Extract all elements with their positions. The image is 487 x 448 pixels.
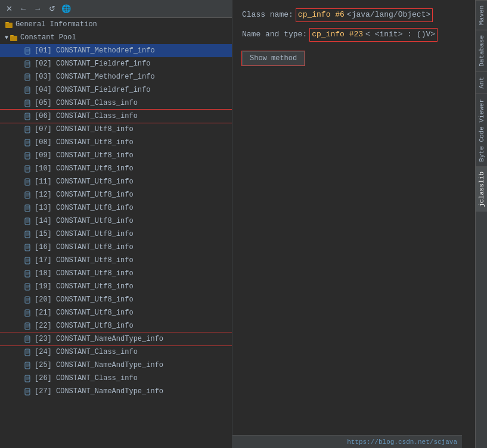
side-tab-byte-code-viewer[interactable]: Byte Code Viewer xyxy=(476,94,487,167)
file-icon xyxy=(24,269,32,278)
tree-item-label: [23] CONSTANT_NameAndType_info xyxy=(35,335,163,343)
file-icon xyxy=(24,243,32,251)
svg-rect-92 xyxy=(25,336,30,343)
forward-button[interactable]: → xyxy=(32,4,43,14)
tree-item-label: [06] CONSTANT_Class_info xyxy=(35,112,138,120)
tree-item-label: [19] CONSTANT_Utf8_info xyxy=(35,282,134,291)
tree-item[interactable]: [08] CONSTANT_Utf8_info xyxy=(0,136,232,149)
tree-item[interactable]: [12] CONSTANT_Utf8_info xyxy=(0,188,232,201)
tree-item[interactable]: [09] CONSTANT_Utf8_info xyxy=(0,149,232,162)
tree-item-label: [01] CONSTANT_Methodref_info xyxy=(35,46,155,55)
tree-item-label: [08] CONSTANT_Utf8_info xyxy=(35,138,134,147)
svg-rect-32 xyxy=(25,139,30,146)
tree-item-label: [11] CONSTANT_Utf8_info xyxy=(35,178,134,186)
tree-item[interactable]: [21] CONSTANT_Utf8_info xyxy=(0,306,232,319)
tree-item[interactable]: [20] CONSTANT_Utf8_info xyxy=(0,293,232,306)
tree-container[interactable]: General Information ▼ Constant Pool [01]… xyxy=(0,18,232,448)
svg-rect-64 xyxy=(25,244,30,251)
svg-rect-44 xyxy=(25,179,30,185)
show-method-button[interactable]: Show method xyxy=(242,51,305,66)
tree-item[interactable]: [24] CONSTANT_Class_info xyxy=(0,346,232,359)
refresh-button[interactable]: ↺ xyxy=(46,4,57,14)
tree-item[interactable]: [15] CONSTANT_Utf8_info xyxy=(0,228,232,241)
file-icon xyxy=(24,60,32,68)
general-info-item[interactable]: General Information xyxy=(0,18,232,31)
svg-rect-72 xyxy=(25,270,30,277)
file-icon xyxy=(24,99,32,107)
tree-item[interactable]: [02] CONSTANT_Fieldref_info xyxy=(0,57,232,70)
right-panel: Class name: cp_info #6 <java/lang/Object… xyxy=(232,0,475,448)
constant-pool-label: Constant Pool xyxy=(20,33,76,42)
tree-item[interactable]: [14] CONSTANT_Utf8_info xyxy=(0,214,232,228)
svg-rect-24 xyxy=(25,113,30,120)
side-tab-jclasslib[interactable]: jclasslib xyxy=(476,166,487,211)
file-icon xyxy=(24,138,32,147)
status-url: https://blog.csdn.net/scjava xyxy=(347,438,457,446)
svg-rect-0 xyxy=(5,23,13,28)
tree-item-label: [12] CONSTANT_Utf8_info xyxy=(35,191,134,199)
tree-item[interactable]: [06] CONSTANT_Class_info xyxy=(0,110,232,123)
tree-item[interactable]: [11] CONSTANT_Utf8_info xyxy=(0,175,232,188)
side-tabs: MavenDatabaseAntByte Code Viewerjclassli… xyxy=(475,0,487,448)
tree-item[interactable]: [25] CONSTANT_NameAndType_info xyxy=(0,359,232,372)
svg-rect-100 xyxy=(25,362,30,369)
tree-item[interactable]: [04] CONSTANT_Fieldref_info xyxy=(0,83,232,97)
svg-rect-88 xyxy=(25,323,30,329)
svg-rect-2 xyxy=(10,36,17,41)
side-tab-maven[interactable]: Maven xyxy=(476,0,487,30)
tree-item[interactable]: [10] CONSTANT_Utf8_info xyxy=(0,162,232,175)
globe-button[interactable]: 🌐 xyxy=(61,4,72,14)
svg-rect-76 xyxy=(25,284,30,290)
tree-item-label: [21] CONSTANT_Utf8_info xyxy=(35,309,134,317)
svg-rect-84 xyxy=(25,310,30,316)
tree-item[interactable]: [03] CONSTANT_Methodref_info xyxy=(0,70,232,83)
class-name-row: Class name: cp_info #6 <java/lang/Object… xyxy=(242,8,466,22)
svg-rect-96 xyxy=(25,349,30,356)
svg-rect-52 xyxy=(25,205,30,211)
file-icon xyxy=(24,164,32,173)
class-name-link[interactable]: cp_info #6 xyxy=(298,9,345,21)
tree-item[interactable]: [23] CONSTANT_NameAndType_info xyxy=(0,332,232,346)
close-button[interactable]: ✕ xyxy=(4,4,14,14)
svg-rect-20 xyxy=(25,100,30,107)
file-icon xyxy=(24,256,32,265)
tree-item[interactable]: [07] CONSTANT_Utf8_info xyxy=(0,123,232,136)
chevron-down-icon: ▼ xyxy=(5,35,8,41)
file-icon xyxy=(24,204,32,212)
tree-item-label: [27] CONSTANT_NameAndType_info xyxy=(35,387,163,396)
tree-item-label: [13] CONSTANT_Utf8_info xyxy=(35,204,134,212)
tree-item[interactable]: [22] CONSTANT_Utf8_info xyxy=(0,319,232,332)
toolbar: ✕ ← → ↺ 🌐 xyxy=(0,0,232,18)
side-tab-database[interactable]: Database xyxy=(476,30,487,71)
svg-rect-80 xyxy=(25,297,30,303)
general-info-label: General Information xyxy=(15,20,97,29)
tree-item[interactable]: [18] CONSTANT_Utf8_info xyxy=(0,267,232,280)
tree-item-label: [24] CONSTANT_Class_info xyxy=(35,348,138,356)
name-type-link[interactable]: cp_info #23 xyxy=(312,29,363,41)
tree-item-label: [18] CONSTANT_Utf8_info xyxy=(35,269,134,278)
tree-item[interactable]: [05] CONSTANT_Class_info xyxy=(0,97,232,110)
tree-item[interactable]: [19] CONSTANT_Utf8_info xyxy=(0,280,232,293)
class-name-value: <java/lang/Object> xyxy=(347,9,430,21)
tree-item[interactable]: [27] CONSTANT_NameAndType_info xyxy=(0,385,232,398)
tree-item[interactable]: [16] CONSTANT_Utf8_info xyxy=(0,241,232,254)
tree-item-label: [26] CONSTANT_Class_info xyxy=(35,374,138,382)
tree-item[interactable]: [26] CONSTANT_Class_info xyxy=(0,372,232,385)
file-icon xyxy=(24,191,32,199)
tree-item[interactable]: [13] CONSTANT_Utf8_info xyxy=(0,201,232,214)
name-type-label: Name and type: xyxy=(242,29,307,41)
tree-item-label: [03] CONSTANT_Methodref_info xyxy=(35,73,155,81)
tree-item[interactable]: [01] CONSTANT_Methodref_info xyxy=(0,44,232,57)
svg-rect-3 xyxy=(10,35,14,36)
tree-item-label: [14] CONSTANT_Utf8_info xyxy=(35,217,134,225)
name-type-row: Name and type: cp_info #23 < <init> : ()… xyxy=(242,28,466,42)
svg-rect-68 xyxy=(25,257,30,264)
back-button[interactable]: ← xyxy=(18,4,29,14)
tree-item[interactable]: [17] CONSTANT_Utf8_info xyxy=(0,254,232,267)
svg-rect-108 xyxy=(25,388,30,395)
tree-item-label: [17] CONSTANT_Utf8_info xyxy=(35,256,134,265)
side-tab-ant[interactable]: Ant xyxy=(476,71,487,94)
file-icon xyxy=(24,112,32,120)
constant-pool-item[interactable]: ▼ Constant Pool xyxy=(0,31,232,44)
svg-rect-56 xyxy=(25,218,30,225)
